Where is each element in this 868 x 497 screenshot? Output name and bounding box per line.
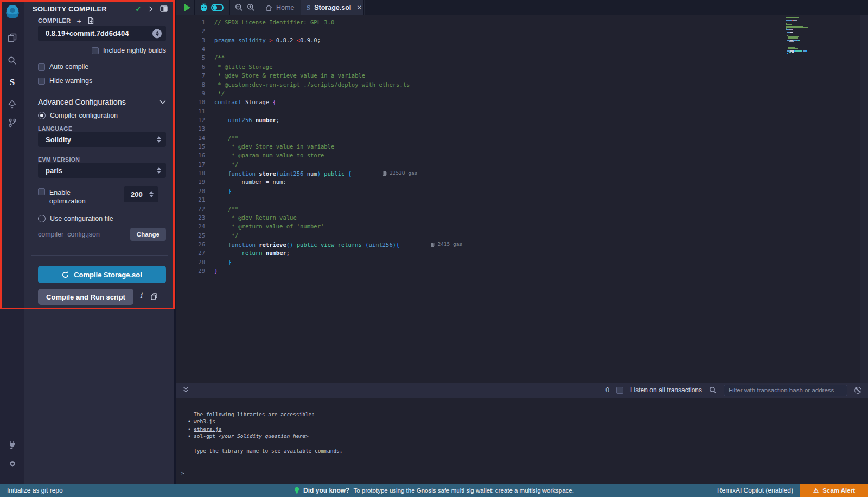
remixai-robot-icon[interactable] <box>199 3 208 14</box>
terminal[interactable]: The following libraries are accessible:•… <box>176 398 868 484</box>
line-number: 18 <box>176 169 205 177</box>
line-number: 17 <box>176 160 205 169</box>
scam-alert-button[interactable]: ⚠ Scam Alert <box>800 484 868 497</box>
terminal-link[interactable]: web3.js <box>194 418 215 424</box>
optimization-runs-input[interactable]: 200 <box>124 186 158 202</box>
code-line: 22 /** <box>176 205 808 213</box>
use-configuration-file-label: Use configuration file <box>50 215 113 222</box>
code-line: 21 <box>176 195 808 204</box>
search-icon[interactable] <box>0 50 24 71</box>
settings-gear-icon[interactable] <box>0 454 24 474</box>
clear-console-icon[interactable] <box>854 387 861 394</box>
code-line: 5/** <box>176 53 808 62</box>
terminal-line: The following libraries are accessible: <box>176 411 868 418</box>
include-nightly-checkbox[interactable] <box>92 47 99 54</box>
zoom-out-icon[interactable] <box>235 3 243 14</box>
remix-logo[interactable] <box>4 4 21 20</box>
evm-version-label: EVM VERSION <box>38 156 80 163</box>
code-editor[interactable]: 1// SPDX-License-Identifier: GPL-3.023pr… <box>176 15 868 383</box>
tab-home[interactable]: Home <box>259 0 301 15</box>
hide-warnings-checkbox[interactable] <box>38 78 45 85</box>
code-line: 7 * @dev Store & retrieve value in a var… <box>176 71 808 80</box>
compile-button[interactable]: Compile Storage.sol <box>38 266 166 283</box>
code-text: /** <box>214 133 238 142</box>
code-line: 28 } <box>176 258 808 266</box>
line-number: 12 <box>176 116 205 124</box>
run-script-play-icon[interactable] <box>184 4 190 11</box>
auto-compile-label: Auto compile <box>49 63 88 71</box>
double-chevron-down-icon[interactable] <box>183 385 189 395</box>
chevron-right-icon[interactable] <box>149 6 153 12</box>
code-text: */ <box>214 160 238 169</box>
line-number: 6 <box>176 62 205 71</box>
code-text: */ <box>214 231 238 240</box>
enable-optimization-checkbox[interactable] <box>38 188 45 195</box>
init-git-repo-button[interactable]: Initialize as git repo <box>7 487 63 494</box>
compiler-configuration-radio[interactable] <box>38 112 46 119</box>
code-text: * @dev Return value <box>214 213 297 222</box>
line-number: 1 <box>176 18 205 27</box>
editor-toolbar: Home S Storage.sol ✕ <box>176 0 868 15</box>
line-number: 14 <box>176 133 205 142</box>
transaction-filter-input[interactable] <box>724 385 847 396</box>
code-line: 17 */ <box>176 160 808 169</box>
listen-transactions-checkbox[interactable] <box>616 387 623 394</box>
language-select[interactable]: Solidity <box>38 132 166 147</box>
editor-minimap[interactable] <box>786 17 835 56</box>
add-compiler-icon[interactable]: + <box>76 18 81 24</box>
deploy-run-icon[interactable] <box>0 94 24 114</box>
plugin-manager-icon[interactable] <box>0 434 24 455</box>
code-text: /** <box>214 53 225 62</box>
info-icon[interactable]: i <box>140 291 142 300</box>
compile-and-run-button[interactable]: Compile and Run script <box>38 289 133 305</box>
refresh-icon <box>62 271 69 278</box>
code-text: * @custom:dev-run-script ./scripts/deplo… <box>214 80 410 89</box>
use-configuration-file-radio[interactable] <box>38 215 46 222</box>
code-line: 29} <box>176 266 808 275</box>
file-explorer-icon[interactable] <box>0 27 24 48</box>
terminal-link[interactable]: ethers.js <box>194 426 221 432</box>
copilot-status[interactable]: RemixAI Copilot (enabled) <box>717 487 793 494</box>
terminal-line: Type the library name to see available c… <box>176 447 868 454</box>
code-text: * @param num value to store <box>214 151 324 160</box>
git-icon[interactable] <box>0 112 24 133</box>
code-line: 3pragma solidity >=0.8.2 <0.9.0; <box>176 36 808 44</box>
auto-compile-checkbox[interactable] <box>38 63 45 71</box>
solidity-compiler-icon[interactable]: S <box>0 72 24 93</box>
lightbulb-icon <box>294 487 299 494</box>
line-number: 19 <box>176 177 205 186</box>
home-icon <box>265 4 272 11</box>
compiler-version-select[interactable]: 0.8.19+commit.7dd6d404 <box>38 26 166 41</box>
copy-icon[interactable] <box>151 292 157 302</box>
open-file-icon[interactable] <box>87 17 94 24</box>
chevron-down-icon <box>159 100 166 104</box>
split-view-icon[interactable] <box>160 5 168 12</box>
zoom-in-icon[interactable] <box>247 3 255 14</box>
code-text: } <box>214 258 232 266</box>
config-file-name[interactable]: compiler_config.json <box>38 231 100 238</box>
editor-scrollbar[interactable] <box>860 15 868 383</box>
advanced-configurations-toggle[interactable]: Advanced Configurations <box>38 98 166 106</box>
change-config-button[interactable]: Change <box>130 228 166 241</box>
tab-storage-sol[interactable]: S Storage.sol ✕ <box>301 0 364 15</box>
line-number: 4 <box>176 44 205 53</box>
evm-version-select[interactable]: paris <box>38 163 166 178</box>
line-number: 25 <box>176 231 205 240</box>
tip-text: To prototype using the Gnosis safe multi… <box>353 487 574 494</box>
remixai-toggle[interactable] <box>211 4 224 11</box>
enable-optimization-label: Enable optimization <box>49 188 99 206</box>
include-nightly-label: Include nightly builds <box>103 47 166 54</box>
close-tab-icon[interactable]: ✕ <box>356 4 362 11</box>
code-line: 23 * @dev Return value <box>176 213 808 222</box>
terminal-prompt[interactable]: > <box>181 469 184 476</box>
line-number: 27 <box>176 248 205 257</box>
line-number: 26 <box>176 240 205 248</box>
terminal-line: •web3.js <box>176 418 868 425</box>
status-bar: Initialize as git repo Did you know? To … <box>0 484 868 497</box>
code-text: * @title Storage <box>214 62 272 71</box>
code-line: 15 * @dev Store value in variable <box>176 142 808 151</box>
bullet: • <box>188 432 191 439</box>
code-line: 14 /** <box>176 133 808 142</box>
transaction-count: 0 <box>605 386 609 394</box>
runs-stepper-icon <box>149 191 154 197</box>
